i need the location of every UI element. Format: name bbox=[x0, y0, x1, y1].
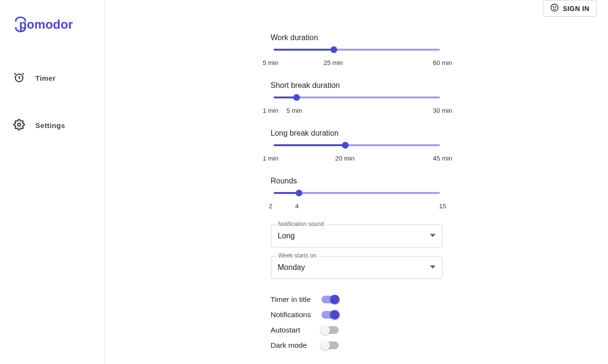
nav-item-settings[interactable]: Settings bbox=[13, 113, 105, 138]
user-icon bbox=[550, 3, 559, 13]
gear-icon bbox=[13, 119, 25, 132]
short-break-ticks: 1 min 5 min 30 min bbox=[271, 107, 443, 116]
nav-item-timer[interactable]: Timer bbox=[13, 66, 105, 90]
rounds-ticks: 2 4 15 bbox=[271, 203, 443, 211]
work-duration-label: Work duration bbox=[271, 33, 443, 42]
short-break-block: Short break duration 1 min 5 min 30 min bbox=[271, 81, 443, 116]
chevron-down-icon bbox=[430, 263, 436, 272]
timer-in-title-switch[interactable] bbox=[321, 296, 339, 303]
svg-point-2 bbox=[551, 4, 558, 11]
long-break-label: Long break duration bbox=[271, 129, 443, 138]
work-duration-slider[interactable] bbox=[274, 49, 440, 51]
long-break-block: Long break duration 1 min 20 min 45 min bbox=[271, 129, 443, 163]
work-duration-block: Work duration 5 min 25 min 60 min bbox=[271, 33, 443, 68]
sidebar: p omodor Timer Settings bbox=[0, 0, 105, 364]
autostart-label: Autostart bbox=[271, 326, 321, 334]
svg-point-3 bbox=[553, 7, 554, 8]
timer-in-title-label: Timer in title bbox=[271, 295, 321, 304]
notification-sound-value: Long bbox=[278, 232, 295, 240]
week-start-select[interactable]: Week starts on Monday bbox=[271, 256, 443, 279]
nav-item-label: Timer bbox=[35, 74, 56, 82]
notifications-switch[interactable] bbox=[321, 311, 339, 319]
short-break-slider[interactable] bbox=[274, 96, 440, 98]
notifications-row: Notifications bbox=[271, 310, 443, 319]
long-break-slider[interactable] bbox=[274, 144, 440, 146]
chevron-down-icon bbox=[430, 232, 436, 240]
signin-label: SIGN IN bbox=[563, 5, 589, 12]
nav-item-label: Settings bbox=[35, 121, 65, 129]
signin-button[interactable]: SIGN IN bbox=[543, 0, 597, 17]
notification-sound-label: Notification sound bbox=[277, 221, 326, 227]
timer-in-title-row: Timer in title bbox=[271, 295, 443, 304]
long-break-ticks: 1 min 20 min 45 min bbox=[271, 155, 443, 163]
dark-mode-row: Dark mode bbox=[271, 341, 443, 350]
rounds-label: Rounds bbox=[271, 177, 443, 185]
autostart-switch[interactable] bbox=[321, 326, 339, 334]
week-start-label: Week starts on bbox=[277, 252, 319, 259]
short-break-label: Short break duration bbox=[271, 81, 443, 90]
rounds-slider[interactable] bbox=[274, 192, 440, 194]
dark-mode-label: Dark mode bbox=[271, 341, 321, 350]
notification-sound-select[interactable]: Notification sound Long bbox=[271, 225, 443, 247]
rounds-block: Rounds 2 4 15 bbox=[271, 177, 443, 211]
alarm-clock-icon bbox=[13, 72, 25, 85]
work-duration-ticks: 5 min 25 min 60 min bbox=[271, 59, 443, 68]
dark-mode-switch[interactable] bbox=[321, 342, 339, 349]
svg-point-4 bbox=[555, 7, 556, 8]
settings-panel: Work duration 5 min 25 min 60 min Short … bbox=[105, 0, 608, 364]
notifications-label: Notifications bbox=[271, 310, 321, 319]
svg-point-1 bbox=[18, 123, 21, 126]
logo[interactable]: p omodor bbox=[13, 16, 105, 32]
week-start-value: Monday bbox=[278, 263, 305, 272]
autostart-row: Autostart bbox=[271, 326, 443, 334]
